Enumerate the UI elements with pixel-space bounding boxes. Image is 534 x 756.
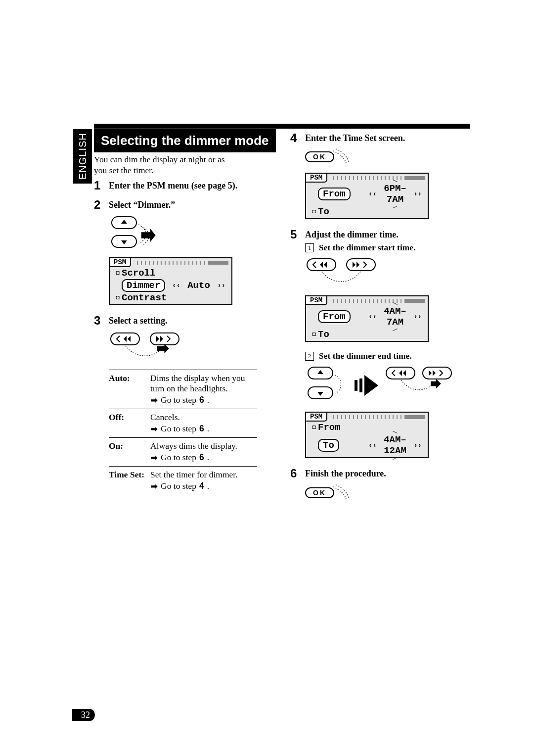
arrow-right-icon: ➡	[150, 395, 158, 406]
row-bullet-icon: ◘	[114, 294, 122, 301]
prev-icon: ‹‹	[170, 282, 182, 289]
step-6-text: Finish the procedure.	[305, 467, 386, 479]
psm-header: PSM	[110, 258, 231, 267]
updown-buttons-illustration	[109, 215, 273, 250]
next-icon: ››	[411, 441, 424, 449]
substep-number: 2	[305, 352, 314, 361]
goto-line: ➡ Go to step 6.	[150, 395, 255, 406]
psm-time-value: 4AM–12AM	[379, 434, 411, 456]
goto-text: Go to step	[161, 481, 196, 491]
goto-step-number: 6	[199, 395, 204, 405]
row-bullet-icon: ◘	[310, 331, 318, 338]
goto-text: Go to step	[161, 452, 196, 463]
top-rule	[94, 124, 470, 129]
setting-key: Off:	[109, 409, 150, 437]
psm-row-contrast: ◘ Contrast	[110, 292, 231, 304]
ok-button: OK	[305, 487, 334, 498]
svg-marker-24	[364, 375, 378, 396]
psm-row-dimmer: Dimmer ‹‹ Auto ››	[110, 280, 231, 292]
substep-number: 1	[305, 243, 314, 252]
table-row: Auto: Dims the display when you turn on …	[109, 370, 257, 409]
left-column: 1 Enter the PSM menu (see page 5). 2 Sel…	[94, 179, 273, 509]
table-row: On: Always dims the display. ➡ Go to ste…	[109, 437, 257, 466]
goto-text: Go to step	[161, 424, 196, 434]
arrow-right-icon: ➡	[150, 424, 158, 434]
step-1: 1 Enter the PSM menu (see page 5).	[94, 179, 273, 191]
svg-rect-28	[423, 367, 451, 379]
psm-from-label: From	[318, 310, 351, 323]
row-bullet-icon: ◘	[114, 270, 122, 277]
step-number: 3	[94, 314, 103, 327]
psm-row-from: From ‹‹ 4AM– 7AM ››	[306, 305, 428, 329]
psm-dimmer-value: Auto	[182, 280, 215, 291]
setting-key: Time Set:	[109, 466, 150, 495]
setting-value: Dims the display when you turn on the he…	[150, 373, 245, 393]
psm-to-label: To	[318, 206, 366, 217]
psm-from-label: From	[318, 188, 351, 200]
psm-header-label: PSM	[306, 296, 327, 305]
psm-from-label: From	[318, 422, 366, 433]
setting-key: On:	[109, 437, 150, 466]
ok-button-illustration-2: OK	[305, 484, 470, 502]
psm-header-label: PSM	[306, 174, 327, 183]
goto-line: ➡ Go to step 4.	[150, 481, 255, 492]
updown-then-leftright-illustration	[305, 365, 470, 405]
psm-to-label: To	[318, 439, 339, 452]
svg-marker-4	[141, 229, 156, 242]
step-number: 2	[94, 198, 103, 211]
svg-rect-15	[347, 259, 375, 271]
setting-key: Auto:	[109, 370, 150, 409]
next-icon: ››	[411, 190, 424, 198]
psm-screen-from-6pm: PSM From ‹‹ 6PM– 7AM ›› ◘ To	[305, 173, 429, 219]
step-6: 6 Finish the procedure.	[290, 467, 470, 479]
step-number: 4	[290, 132, 299, 144]
goto-text: Go to step	[161, 395, 196, 405]
svg-marker-31	[431, 379, 441, 388]
row-bullet-icon: ◘	[310, 424, 318, 431]
psm-row-from: From ‹‹ 6PM– 7AM ››	[306, 183, 428, 206]
page-number-badge: 32	[72, 710, 95, 720]
psm-screen-dimmer-menu: PSM ◘ Scroll Dimmer ‹‹ Auto ›› ◘ Contras…	[109, 257, 232, 305]
psm-header-label: PSM	[110, 258, 131, 267]
intro-text: You can dim the display at night or as y…	[94, 154, 235, 176]
psm-header-label: PSM	[306, 413, 327, 422]
table-row: Off: Cancels. ➡ Go to step 6.	[109, 409, 257, 437]
psm-header-bars	[134, 261, 228, 265]
goto-line: ➡ Go to step 6.	[150, 452, 255, 463]
arrow-right-icon: ➡	[150, 481, 158, 492]
goto-line: ➡ Go to step 6.	[150, 424, 255, 434]
setting-value: Always dims the display.	[150, 441, 237, 451]
step-4-text: Enter the Time Set screen.	[305, 132, 405, 144]
step-5-text: Adjust the dimmer time.	[305, 228, 399, 240]
arrow-right-icon: ➡	[150, 452, 158, 463]
psm-row-to: ◘ To	[306, 206, 428, 218]
substep-2: 2 Set the dimmer end time.	[305, 351, 470, 361]
psm-row-to: ◘ To	[306, 329, 428, 341]
psm-contrast-label: Contrast	[122, 292, 170, 303]
step-5: 5 Adjust the dimmer time.	[290, 228, 470, 240]
setting-value: Set the timer for dimmer.	[150, 470, 237, 479]
prev-icon: ‹‹	[366, 190, 379, 198]
step-number: 6	[290, 467, 299, 479]
next-icon: ››	[411, 313, 424, 321]
psm-time-value: 4AM– 7AM	[379, 306, 411, 328]
page-number: 32	[72, 709, 95, 721]
step-2-text: Select “Dimmer.”	[109, 198, 175, 211]
prev-icon: ‹‹	[366, 441, 379, 449]
psm-to-label: To	[318, 329, 366, 340]
leftright-buttons-illustration-2	[305, 257, 470, 288]
step-number: 1	[94, 179, 103, 191]
psm-row-from: ◘ From	[306, 422, 428, 434]
svg-rect-22	[355, 380, 357, 391]
svg-rect-8	[150, 333, 179, 345]
psm-time-value: 6PM– 7AM	[379, 183, 411, 205]
next-icon: ››	[215, 282, 227, 289]
substep-1-text: Set the dimmer start time.	[319, 242, 416, 253]
psm-screen-to-12am: PSM ◘ From To ‹‹ 4AM–12AM ››	[305, 412, 429, 458]
goto-step-number: 4	[199, 481, 204, 491]
psm-dimmer-label: Dimmer	[122, 279, 165, 292]
language-tab: ENGLISH	[73, 129, 92, 184]
table-row: Time Set: Set the timer for dimmer. ➡ Go…	[109, 466, 257, 495]
setting-value: Cancels.	[150, 412, 180, 422]
substep-1: 1 Set the dimmer start time.	[305, 242, 470, 253]
